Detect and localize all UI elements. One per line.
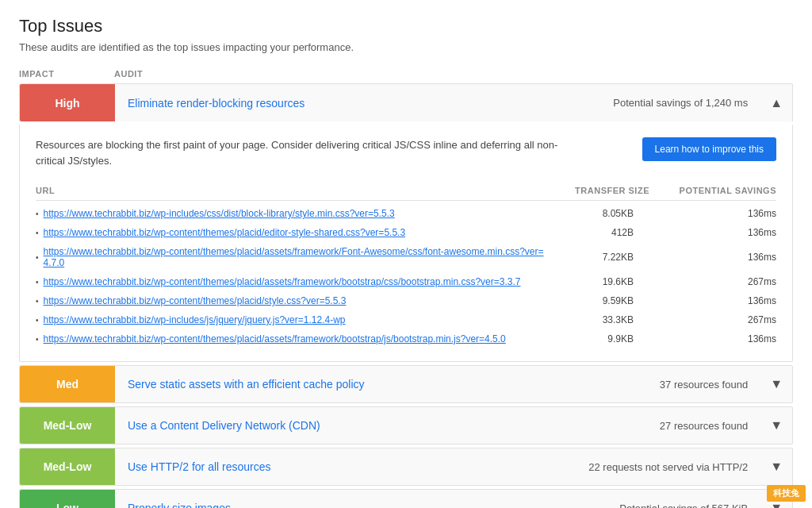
- chevron-down-icon[interactable]: ▼: [760, 460, 792, 474]
- url-row: • https://www.techrabbit.biz/wp-includes…: [36, 204, 776, 223]
- issue-row-med-0[interactable]: Med Serve static assets with an efficien…: [19, 365, 793, 403]
- issue-row-med-low-1[interactable]: Med-Low Use a Content Delivery Network (…: [19, 406, 793, 444]
- url-link[interactable]: https://www.techrabbit.biz/wp-content/th…: [44, 246, 546, 268]
- savings-cell: 136ms: [649, 295, 776, 306]
- issue-meta-high: Potential savings of 1,240 ms: [600, 97, 760, 109]
- description-text: Resources are blocking the first paint o…: [36, 137, 575, 168]
- chevron-down-icon[interactable]: ▼: [760, 501, 792, 508]
- chevron-down-icon[interactable]: ▼: [760, 418, 792, 433]
- issue-meta: 27 resources found: [647, 420, 760, 432]
- url-link[interactable]: https://www.techrabbit.biz/wp-content/th…: [44, 295, 347, 306]
- savings-col-header: POTENTIAL SAVINGS: [649, 186, 776, 195]
- bullet-icon: •: [36, 335, 39, 344]
- issue-title: Serve static assets with an efficient ca…: [115, 378, 647, 391]
- url-link[interactable]: https://www.techrabbit.biz/wp-content/th…: [44, 333, 506, 344]
- url-table-header: URL TRANSFER SIZE POTENTIAL SAVINGS: [36, 181, 776, 201]
- issue-meta: 22 requests not served via HTTP/2: [576, 461, 760, 473]
- issue-row-high[interactable]: High Eliminate render-blocking resources…: [19, 83, 793, 121]
- transfer-size-cell: 412B: [546, 227, 649, 238]
- impact-badge: Med-Low: [20, 448, 115, 485]
- other-issues-container: Med Serve static assets with an efficien…: [19, 365, 793, 508]
- transfer-size-cell: 7.22KB: [546, 252, 649, 263]
- url-cell: • https://www.techrabbit.biz/wp-content/…: [36, 246, 546, 268]
- bullet-icon: •: [36, 316, 39, 325]
- url-link[interactable]: https://www.techrabbit.biz/wp-includes/c…: [44, 208, 395, 219]
- chevron-up-icon[interactable]: ▲: [760, 96, 792, 110]
- url-row: • https://www.techrabbit.biz/wp-content/…: [36, 223, 776, 242]
- column-headers: IMPACT AUDIT: [19, 69, 793, 83]
- description-row: Resources are blocking the first paint o…: [36, 137, 776, 168]
- url-row: • https://www.techrabbit.biz/wp-content/…: [36, 329, 776, 348]
- impact-badge: Med-Low: [20, 407, 115, 444]
- col-audit-header: AUDIT: [114, 69, 793, 79]
- url-row: • https://www.techrabbit.biz/wp-content/…: [36, 291, 776, 310]
- col-impact-header: IMPACT: [19, 69, 114, 79]
- transfer-size-cell: 9.9KB: [546, 333, 649, 344]
- page-title: Top Issues: [19, 16, 793, 37]
- savings-cell: 267ms: [649, 314, 776, 325]
- url-cell: • https://www.techrabbit.biz/wp-content/…: [36, 227, 546, 238]
- page-subtitle: These audits are identified as the top i…: [19, 41, 793, 53]
- savings-cell: 136ms: [649, 252, 776, 263]
- url-rows-container: • https://www.techrabbit.biz/wp-includes…: [36, 204, 776, 348]
- watermark: 科技兔: [767, 485, 806, 502]
- savings-cell: 136ms: [649, 208, 776, 219]
- issue-meta: Potential savings of 567 KiB: [607, 502, 760, 509]
- issue-title: Use HTTP/2 for all resources: [115, 460, 576, 473]
- bullet-icon: •: [36, 210, 39, 218]
- issue-title: Use a Content Delivery Network (CDN): [115, 419, 647, 432]
- url-cell: • https://www.techrabbit.biz/wp-includes…: [36, 208, 546, 219]
- expanded-panel: Resources are blocking the first paint o…: [19, 125, 793, 362]
- impact-badge-high: High: [20, 84, 115, 121]
- url-link[interactable]: https://www.techrabbit.biz/wp-content/th…: [44, 227, 406, 238]
- transfer-size-cell: 19.6KB: [546, 276, 649, 287]
- url-row: • https://www.techrabbit.biz/wp-content/…: [36, 272, 776, 291]
- url-cell: • https://www.techrabbit.biz/wp-content/…: [36, 295, 546, 306]
- url-link[interactable]: https://www.techrabbit.biz/wp-includes/j…: [44, 314, 346, 325]
- impact-badge: Med: [20, 366, 115, 402]
- issue-title: Properly size images: [115, 502, 607, 508]
- url-row: • https://www.techrabbit.biz/wp-content/…: [36, 242, 776, 272]
- issue-row-low-3[interactable]: Low Properly size images Potential savin…: [19, 489, 793, 508]
- url-cell: • https://www.techrabbit.biz/wp-includes…: [36, 314, 546, 325]
- bullet-icon: •: [36, 278, 39, 287]
- bullet-icon: •: [36, 297, 39, 306]
- url-cell: • https://www.techrabbit.biz/wp-content/…: [36, 276, 546, 287]
- impact-badge: Low: [20, 490, 115, 508]
- url-link[interactable]: https://www.techrabbit.biz/wp-content/th…: [44, 276, 521, 287]
- transfer-size-cell: 8.05KB: [546, 208, 649, 219]
- issue-row-med-low-2[interactable]: Med-Low Use HTTP/2 for all resources 22 …: [19, 448, 793, 486]
- transfer-col-header: TRANSFER SIZE: [546, 186, 649, 195]
- transfer-size-cell: 9.59KB: [546, 295, 649, 306]
- issue-title-high: Eliminate render-blocking resources: [115, 97, 600, 110]
- transfer-size-cell: 33.3KB: [546, 314, 649, 325]
- chevron-down-icon[interactable]: ▼: [760, 377, 792, 391]
- bullet-icon: •: [36, 229, 39, 237]
- bullet-icon: •: [36, 253, 39, 262]
- savings-cell: 267ms: [649, 276, 776, 287]
- savings-cell: 136ms: [649, 333, 776, 344]
- url-col-header: URL: [36, 186, 546, 195]
- url-row: • https://www.techrabbit.biz/wp-includes…: [36, 310, 776, 329]
- learn-how-button[interactable]: Learn how to improve this: [642, 137, 776, 161]
- issue-meta: 37 resources found: [647, 379, 760, 391]
- savings-cell: 136ms: [649, 227, 776, 238]
- url-cell: • https://www.techrabbit.biz/wp-content/…: [36, 333, 546, 344]
